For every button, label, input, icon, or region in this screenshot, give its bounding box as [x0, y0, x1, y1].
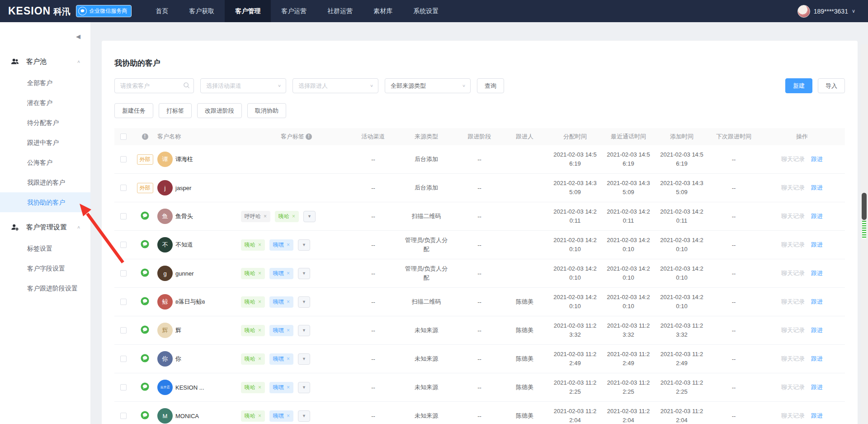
- tag-close-icon[interactable]: ×: [287, 384, 290, 391]
- follower: 陈德美: [501, 412, 548, 420]
- nav-item-5[interactable]: 社群运营: [317, 0, 363, 22]
- wecom-service-badge: 企业微信服务商: [76, 5, 132, 17]
- header-checkbox[interactable]: [120, 133, 127, 140]
- bulk-action-button-4[interactable]: 取消协助: [247, 103, 286, 118]
- import-button[interactable]: 导入: [818, 78, 845, 93]
- tag-close-icon[interactable]: ×: [258, 356, 261, 362]
- chat-log-link[interactable]: 聊天记录: [781, 155, 805, 163]
- tag-close-icon[interactable]: ×: [287, 413, 290, 419]
- chat-log-link[interactable]: 聊天记录: [781, 212, 805, 220]
- customer-tag: 咦哈×: [241, 382, 265, 393]
- follow-link[interactable]: 跟进: [811, 412, 823, 420]
- bulk-action-button-2[interactable]: 打标签: [159, 103, 192, 118]
- tag-close-icon[interactable]: ×: [287, 299, 290, 305]
- follow-link[interactable]: 跟进: [811, 184, 823, 192]
- page-title: 我协助的客户: [114, 41, 845, 68]
- tag-close-icon[interactable]: ×: [287, 270, 290, 276]
- follow-link[interactable]: 跟进: [811, 155, 823, 163]
- vertical-scrollbar[interactable]: [861, 44, 868, 424]
- tag-close-icon[interactable]: ×: [292, 213, 295, 219]
- tag-close-icon[interactable]: ×: [258, 270, 261, 276]
- follow-link[interactable]: 跟进: [811, 212, 823, 220]
- nav-item-2[interactable]: 客户获取: [179, 0, 225, 22]
- follow-link[interactable]: 跟进: [811, 241, 823, 249]
- follow-link[interactable]: 跟进: [811, 383, 823, 391]
- source-type: 未知来源: [395, 354, 458, 363]
- row-checkbox[interactable]: [120, 299, 127, 305]
- tag-close-icon[interactable]: ×: [258, 384, 261, 391]
- sidebar-item[interactable]: 全部客户: [0, 73, 90, 93]
- tag-close-icon[interactable]: ×: [264, 213, 267, 219]
- sidebar-item[interactable]: 潜在客户: [0, 93, 90, 113]
- added-time: 2021-02-03 14:35:09: [655, 179, 708, 197]
- row-checkbox[interactable]: [120, 327, 127, 333]
- sidebar-item[interactable]: 跟进中客户: [0, 133, 90, 152]
- bulk-action-button-1[interactable]: 新建任务: [114, 103, 153, 118]
- sidebar-item[interactable]: 我协助的客户: [0, 192, 90, 212]
- scrollbar-thumb[interactable]: [862, 193, 867, 220]
- last-call-time: 2021-02-03 14:20:10: [602, 264, 655, 282]
- chat-log-link[interactable]: 聊天记录: [781, 383, 805, 391]
- row-checkbox[interactable]: [120, 356, 127, 362]
- tag-close-icon[interactable]: ×: [258, 242, 261, 248]
- more-tags-button[interactable]: ▼: [298, 296, 310, 308]
- follow-link[interactable]: 跟进: [811, 298, 823, 306]
- more-tags-button[interactable]: ▼: [298, 268, 310, 279]
- bulk-action-button-3[interactable]: 改跟进阶段: [197, 103, 242, 118]
- search-input[interactable]: [114, 78, 194, 93]
- more-tags-button[interactable]: ▼: [298, 239, 310, 251]
- row-checkbox[interactable]: [120, 413, 127, 419]
- sidebar-item[interactable]: 客户字段设置: [0, 258, 90, 278]
- sidebar-item[interactable]: 客户跟进阶段设置: [0, 278, 90, 298]
- row-checkbox[interactable]: [120, 213, 127, 219]
- user-menu[interactable]: 189****3631 ∨: [797, 5, 855, 18]
- assigned-time: 2021-02-03 11:22:25: [548, 378, 602, 396]
- follower-select[interactable]: 选择跟进人 ∨: [292, 78, 378, 93]
- sidebar-item[interactable]: 我跟进的客户: [0, 172, 90, 192]
- nav-item-7[interactable]: 系统设置: [403, 0, 449, 22]
- row-checkbox[interactable]: [120, 185, 127, 191]
- chat-log-link[interactable]: 聊天记录: [781, 412, 805, 420]
- follow-link[interactable]: 跟进: [811, 355, 823, 363]
- sidebar-group-header[interactable]: 客户管理设置 ∧: [0, 216, 90, 238]
- follow-link[interactable]: 跟进: [811, 326, 823, 334]
- nav-item-6[interactable]: 素材库: [363, 0, 403, 22]
- more-tags-button[interactable]: ▼: [298, 325, 310, 336]
- row-checkbox[interactable]: [120, 242, 127, 248]
- row-checkbox[interactable]: [120, 156, 127, 162]
- added-time: 2021-02-03 11:22:04: [655, 407, 708, 424]
- chat-log-link[interactable]: 聊天记录: [781, 184, 805, 192]
- tag-close-icon[interactable]: ×: [287, 242, 290, 248]
- row-checkbox[interactable]: [120, 270, 127, 276]
- chat-log-link[interactable]: 聊天记录: [781, 241, 805, 249]
- chat-log-link[interactable]: 聊天记录: [781, 269, 805, 277]
- nav-item-1[interactable]: 首页: [145, 0, 179, 22]
- sidebar-item[interactable]: 公海客户: [0, 152, 90, 172]
- chat-log-link[interactable]: 聊天记录: [781, 326, 805, 334]
- tag-close-icon[interactable]: ×: [258, 413, 261, 419]
- nav-item-4[interactable]: 客户运营: [271, 0, 317, 22]
- sidebar-item[interactable]: 待分配客户: [0, 113, 90, 133]
- more-tags-button[interactable]: ▼: [298, 353, 310, 365]
- more-tags-button[interactable]: ▼: [298, 382, 310, 393]
- tag-close-icon[interactable]: ×: [287, 327, 290, 333]
- nav-item-3[interactable]: 客户管理: [225, 0, 271, 22]
- tag-close-icon[interactable]: ×: [258, 327, 261, 333]
- chat-log-link[interactable]: 聊天记录: [781, 298, 805, 306]
- tag-close-icon[interactable]: ×: [258, 299, 261, 305]
- source-type-select[interactable]: 全部来源类型 ∨: [385, 78, 471, 93]
- sidebar-group-header[interactable]: 客户池 ∧: [0, 50, 90, 73]
- more-tags-button[interactable]: ▼: [298, 410, 310, 422]
- channel-select[interactable]: 选择活动渠道 ∨: [200, 78, 286, 93]
- chat-log-link[interactable]: 聊天记录: [781, 355, 805, 363]
- follow-link[interactable]: 跟进: [811, 269, 823, 277]
- row-checkbox[interactable]: [120, 384, 127, 391]
- table-row: 辉 辉 咦哈×咦嘿×▼ -- 未知来源 -- 陈德美 2021-02-03 11…: [114, 316, 845, 345]
- sidebar-item[interactable]: 标签设置: [0, 238, 90, 258]
- query-button[interactable]: 查询: [477, 78, 504, 93]
- tag-close-icon[interactable]: ×: [287, 356, 290, 362]
- create-button[interactable]: 新建: [785, 78, 812, 93]
- more-tags-button[interactable]: ▼: [303, 211, 316, 222]
- table-row: 鲸 ʚ落日与鲸ɞ 咦哈×咦嘿×▼ -- 扫描二维码 -- 陈德美 2021-02…: [114, 288, 845, 316]
- sidebar-collapse-icon[interactable]: ◀: [76, 33, 80, 40]
